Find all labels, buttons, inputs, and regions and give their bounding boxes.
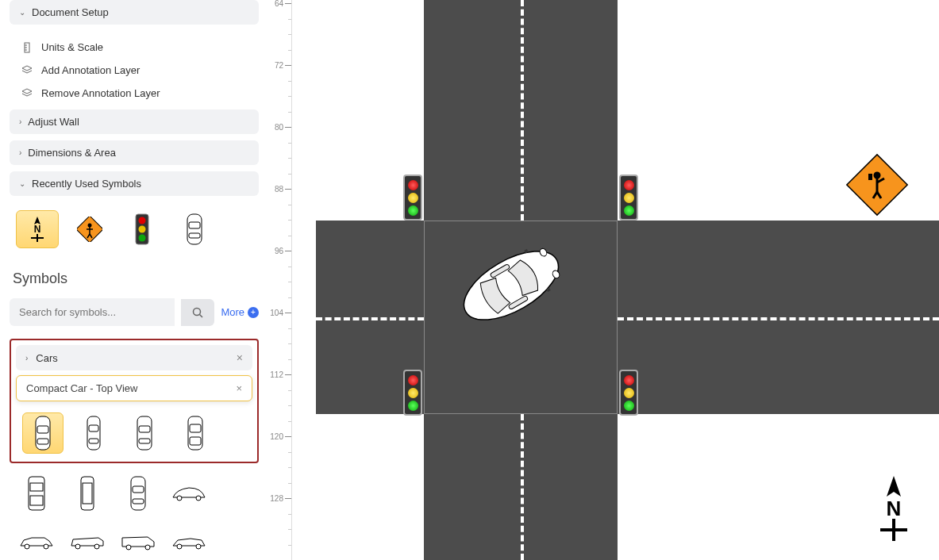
traffic-light[interactable] xyxy=(403,175,422,221)
search-input[interactable] xyxy=(10,298,175,326)
units-scale-label: Units & Scale xyxy=(41,41,103,53)
car-symbol-beetle-side[interactable] xyxy=(168,473,210,514)
ruler-label: 104 xyxy=(270,309,283,317)
ruler-tick xyxy=(285,313,291,313)
traffic-light[interactable] xyxy=(619,370,638,416)
tooltip-label: Compact Car - Top View xyxy=(26,382,137,394)
ruler-minor-tick xyxy=(288,267,291,267)
car-symbol-van-top[interactable] xyxy=(67,473,108,514)
remove-annotation-label: Remove Annotation Layer xyxy=(41,87,160,99)
ruler-minor-tick xyxy=(288,343,291,344)
recent-symbol-traffic-light[interactable] xyxy=(121,210,164,248)
sidebar: ⌄ Document Setup Units & Scale Add Annot… xyxy=(0,0,268,560)
ruler-minor-tick xyxy=(288,467,291,468)
close-icon[interactable]: × xyxy=(236,382,242,394)
drawing-canvas[interactable]: N xyxy=(292,0,939,560)
ruler-label: 120 xyxy=(270,432,283,441)
yellow-bulb xyxy=(624,388,634,398)
svg-point-39 xyxy=(196,496,201,501)
car-symbol-sedan-top-4[interactable] xyxy=(117,473,159,514)
car-grid xyxy=(16,409,252,457)
section-document-setup[interactable]: ⌄ Document Setup xyxy=(10,0,259,25)
green-bulb xyxy=(408,401,418,411)
lane-dash xyxy=(316,317,424,320)
ruler-minor-tick xyxy=(288,96,291,97)
ruler-tick xyxy=(285,436,291,437)
car-symbol-sedan-side-1[interactable] xyxy=(16,522,57,560)
car-symbol-wagon-side[interactable] xyxy=(67,522,108,560)
ruler-minor-tick xyxy=(288,529,291,530)
close-icon[interactable]: × xyxy=(237,351,243,364)
lane-dash xyxy=(521,0,524,221)
cars-highlight-box: › Cars × Compact Car - Top View × xyxy=(10,339,259,463)
dimensions-area-label: Dimensions & Area xyxy=(28,147,116,159)
svg-point-38 xyxy=(177,496,182,501)
remove-annotation-item[interactable]: Remove Annotation Layer xyxy=(10,82,259,105)
section-recently-used[interactable]: ⌄ Recently Used Symbols xyxy=(10,171,259,196)
recent-symbol-flagger[interactable] xyxy=(68,210,111,248)
svg-rect-35 xyxy=(131,477,145,510)
section-dimensions-area[interactable]: › Dimensions & Area xyxy=(10,140,259,165)
car-symbol-sports-side[interactable] xyxy=(168,522,210,560)
layer-remove-icon xyxy=(21,88,33,99)
compass[interactable]: N xyxy=(872,473,915,544)
ruler-minor-tick xyxy=(288,328,291,329)
yellow-bulb xyxy=(408,193,418,203)
svg-rect-50 xyxy=(868,174,872,180)
traffic-light[interactable] xyxy=(403,370,422,416)
ruler-tick xyxy=(285,127,291,128)
add-annotation-item[interactable]: Add Annotation Layer xyxy=(10,59,259,82)
svg-point-45 xyxy=(145,545,150,550)
symbol-search-row: More + xyxy=(10,298,259,326)
chevron-right-icon: › xyxy=(25,354,28,362)
svg-point-41 xyxy=(44,544,48,549)
svg-point-8 xyxy=(88,224,92,228)
car-symbol-sedan-top-1[interactable] xyxy=(73,412,114,454)
more-link[interactable]: More + xyxy=(221,306,259,318)
red-bulb xyxy=(624,375,634,385)
cars-section-header[interactable]: › Cars × xyxy=(16,345,252,370)
ruler-minor-tick xyxy=(288,112,291,113)
ruler-label: 64 xyxy=(275,0,283,8)
recent-symbol-north[interactable]: N xyxy=(16,210,59,248)
compass-n-label: N xyxy=(887,497,902,520)
car-symbol-sedan-top-3[interactable] xyxy=(175,412,216,454)
ruler-label: 128 xyxy=(270,494,283,503)
ruler-minor-tick xyxy=(288,50,291,51)
units-scale-item[interactable]: Units & Scale xyxy=(10,36,259,59)
section-adjust-wall[interactable]: › Adjust Wall xyxy=(10,109,259,134)
svg-rect-21 xyxy=(87,416,100,450)
svg-text:N: N xyxy=(34,224,41,235)
lane-dash xyxy=(618,317,939,320)
car-symbol-van-side[interactable] xyxy=(117,522,159,560)
ruler-minor-tick xyxy=(288,390,291,391)
recent-symbol-car[interactable] xyxy=(173,210,216,248)
ruler-minor-tick xyxy=(288,421,291,422)
ruler-tick xyxy=(285,189,291,190)
symbols-heading: Symbols xyxy=(13,270,256,287)
red-bulb xyxy=(624,180,634,190)
ruler-minor-tick xyxy=(288,545,291,546)
green-bulb xyxy=(624,205,634,216)
car-symbol-suv-top[interactable] xyxy=(16,473,57,514)
red-bulb xyxy=(408,375,418,385)
search-icon xyxy=(192,307,203,318)
ruler-minor-tick xyxy=(288,405,291,406)
svg-point-43 xyxy=(94,544,99,549)
svg-point-49 xyxy=(874,172,881,179)
ruler-minor-tick xyxy=(288,297,291,298)
search-button[interactable] xyxy=(181,299,214,326)
car-symbol-sedan-top-2[interactable] xyxy=(124,412,165,454)
svg-line-17 xyxy=(200,314,203,317)
symbol-tooltip: Compact Car - Top View × xyxy=(16,375,252,401)
adjust-wall-label: Adjust Wall xyxy=(28,116,79,128)
flagger-sign[interactable] xyxy=(845,152,910,217)
svg-point-42 xyxy=(75,544,80,549)
ruler-minor-tick xyxy=(288,514,291,515)
svg-rect-13 xyxy=(187,214,202,244)
traffic-light[interactable] xyxy=(619,175,638,221)
car-grid-2 xyxy=(10,470,259,560)
canvas-area[interactable]: 6472808896104112120128 xyxy=(268,0,939,560)
car-symbol-compact-top[interactable] xyxy=(22,412,63,454)
ruler-minor-tick xyxy=(288,282,291,282)
